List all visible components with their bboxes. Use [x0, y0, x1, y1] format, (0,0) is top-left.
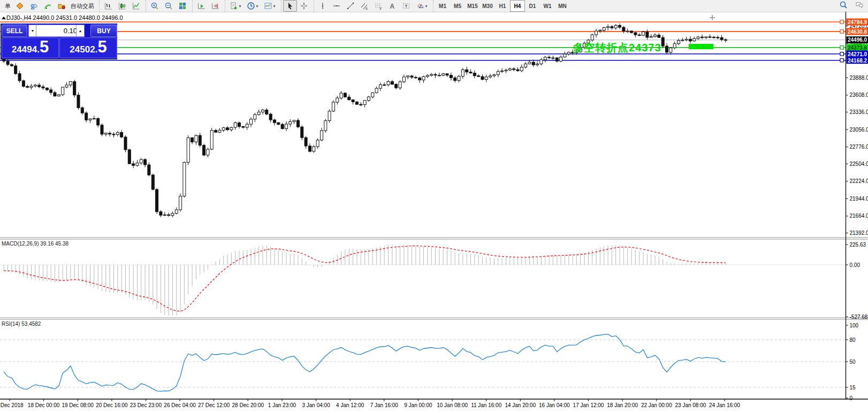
time-tick-label: 18 Dec 00:00 — [28, 402, 60, 408]
volume-increase-button[interactable]: ▲ — [76, 25, 85, 37]
indicators-icon[interactable]: ▾ — [261, 0, 278, 12]
price-tick-label: 21392.0 — [850, 230, 868, 236]
sell-price-pips: 5 — [40, 38, 49, 56]
toolbar-group-2 — [146, 0, 191, 12]
fibonacci-icon[interactable]: F — [371, 0, 385, 12]
cursor-icon — [286, 2, 294, 10]
volume-input[interactable] — [36, 25, 80, 37]
annotation-rectangle[interactable] — [689, 44, 713, 49]
rsi-axis-label: 0 — [850, 395, 853, 401]
macd-pane — [0, 245, 846, 317]
text-icon[interactable]: A — [385, 0, 399, 12]
dropdown-arrow-icon[interactable]: ▾ — [256, 4, 258, 9]
label-icon: T — [402, 2, 410, 10]
horizontal-level-lines[interactable] — [0, 22, 846, 60]
timeframe-H1[interactable]: H1 — [495, 0, 510, 12]
line-handle-marker[interactable] — [840, 46, 843, 49]
channel-icon[interactable]: E — [357, 0, 371, 12]
chat-icon[interactable] — [855, 1, 864, 11]
buy-price[interactable]: 24502.5 — [59, 37, 117, 58]
line-handle-marker[interactable] — [840, 30, 843, 33]
panel-collapse-icon[interactable] — [2, 17, 6, 19]
hline-icon — [332, 2, 341, 10]
trendline-icon[interactable] — [344, 0, 357, 12]
line-handle-marker[interactable] — [840, 20, 843, 24]
line-handle-marker[interactable] — [840, 52, 843, 56]
shift-chart-icon[interactable] — [208, 0, 222, 12]
shapes-icon[interactable]: ▾ — [413, 0, 430, 12]
price-tick-label: 23056.0 — [850, 127, 868, 133]
timeframe-H4[interactable]: H4 — [510, 0, 525, 12]
gift-icon[interactable] — [13, 0, 27, 12]
search-icon[interactable] — [839, 1, 848, 11]
bar-chart-icon[interactable] — [101, 0, 115, 12]
autotrade-button[interactable]: 自动交易 — [68, 2, 96, 10]
time-tick-label: 3 Jan 04:00 — [302, 402, 330, 408]
community-icon[interactable] — [27, 0, 41, 12]
buy-price-main: 24502 — [70, 41, 95, 59]
candlestick-icon — [118, 2, 126, 10]
time-tick-label: 1 Jan 23:00 — [268, 402, 296, 408]
timeframe-M1[interactable]: M1 — [435, 0, 450, 12]
time-tick-label: 28 Dec 20:00 — [232, 402, 264, 408]
time-tick-label: 19 Dec 08:00 — [62, 402, 94, 408]
time-tick-label: 23 Jan 08:00 — [675, 402, 706, 408]
time-tick-label: 9 Jan 00:00 — [404, 402, 432, 408]
new-order-icon[interactable]: ▾ — [227, 0, 244, 12]
shift-chart-icon — [211, 2, 219, 10]
dropdown-arrow-icon[interactable]: ▾ — [239, 4, 241, 9]
dropdown-arrow-icon[interactable]: ▾ — [425, 4, 427, 9]
svg-text:F: F — [380, 7, 382, 11]
vline-icon[interactable] — [316, 0, 330, 12]
timeframe-D1[interactable]: D1 — [525, 0, 540, 12]
macd-axis-label: 0.00 — [850, 262, 861, 268]
dropdown-arrow-icon[interactable]: ▾ — [273, 4, 275, 9]
rsi-axis-label: 15 — [850, 385, 856, 391]
autoscroll-icon[interactable] — [194, 0, 208, 12]
price-axis[interactable]: 24720.024440.024160.023888.023608.023336… — [846, 23, 868, 401]
autoscroll-icon — [197, 2, 205, 10]
rsi-line — [4, 334, 726, 392]
channel-icon: E — [360, 2, 369, 10]
mailbox-icon[interactable] — [55, 0, 68, 12]
chart-period-icon[interactable]: ▾ — [244, 0, 261, 12]
hline-icon[interactable] — [330, 0, 344, 12]
signal-icon — [43, 2, 52, 10]
chart-annotation-text[interactable]: 多空转折点24373 — [573, 41, 661, 55]
timeframe-M15[interactable]: M15 — [465, 0, 480, 12]
time-tick-label: 11 Jan 16:00 — [471, 402, 502, 408]
time-tick-label: 23 Dec 23:00 — [130, 402, 162, 408]
price-tick-label: 22504.0 — [850, 161, 868, 167]
label-icon[interactable]: T — [399, 0, 413, 12]
main-toolbar: 单自动交易▾▾▾EFAT▾M1M5M15M30H1H4D1W1MN — [0, 0, 868, 12]
sell-button[interactable]: SELL — [2, 25, 27, 37]
zoom-out-icon — [164, 2, 173, 10]
zoom-out-icon[interactable] — [162, 0, 176, 12]
crosshair-icon — [300, 2, 308, 10]
tile-windows-icon — [178, 2, 187, 10]
tile-windows-icon[interactable] — [176, 0, 189, 12]
sell-price[interactable]: 24494.5 — [2, 37, 59, 58]
time-tick-label: 7 Jan 16:00 — [370, 402, 399, 408]
rsi-axis-label: 100 — [850, 323, 859, 328]
signal-icon[interactable] — [41, 0, 55, 12]
zoom-in-icon[interactable] — [148, 0, 162, 12]
order-label[interactable]: 单 — [3, 2, 13, 10]
line-chart-icon[interactable] — [129, 0, 143, 12]
timeframe-M5[interactable]: M5 — [450, 0, 465, 12]
rsi-axis-label: 50 — [850, 359, 856, 365]
line-handle-marker[interactable] — [840, 59, 843, 62]
rsi-pane — [0, 334, 846, 392]
svg-text:A: A — [390, 3, 395, 10]
timeframe-M30[interactable]: M30 — [480, 0, 495, 12]
candlestick-icon[interactable] — [115, 0, 129, 12]
time-axis[interactable]: 4 Dec 201818 Dec 00:0019 Dec 08:0020 Dec… — [0, 399, 740, 408]
chart-canvas[interactable]: 24720.024440.024160.023888.023608.023336… — [0, 12, 868, 413]
timeframe-MN[interactable]: MN — [555, 0, 570, 12]
cursor-icon[interactable] — [283, 0, 297, 12]
timeframe-W1[interactable]: W1 — [540, 0, 555, 12]
search-icon — [839, 1, 848, 9]
buy-button[interactable]: BUY — [90, 25, 117, 37]
new-order-icon — [230, 2, 238, 10]
crosshair-icon[interactable] — [297, 0, 311, 12]
